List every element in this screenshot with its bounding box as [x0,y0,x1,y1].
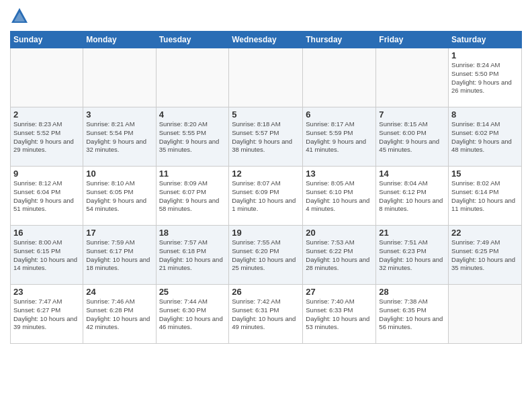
day-cell: 12Sunrise: 8:07 AM Sunset: 6:09 PM Dayli… [229,167,303,226]
day-cell [156,48,229,107]
day-info: Sunrise: 8:09 AM Sunset: 6:07 PM Dayligh… [159,179,226,214]
day-info: Sunrise: 7:47 AM Sunset: 6:27 PM Dayligh… [13,298,80,332]
day-info: Sunrise: 8:17 AM Sunset: 5:59 PM Dayligh… [306,120,373,154]
day-cell [376,48,449,107]
day-number: 13 [306,169,373,179]
day-number: 15 [451,169,519,179]
day-cell: 18Sunrise: 7:57 AM Sunset: 6:18 PM Dayli… [156,226,229,285]
day-number: 14 [379,169,445,179]
week-row-3: 9Sunrise: 8:12 AM Sunset: 6:04 PM Daylig… [11,167,522,226]
col-header-sunday: Sunday [11,32,83,48]
col-header-saturday: Saturday [449,32,522,48]
day-cell: 9Sunrise: 8:12 AM Sunset: 6:04 PM Daylig… [11,167,83,226]
header-row: SundayMondayTuesdayWednesdayThursdayFrid… [11,32,522,48]
day-cell: 2Sunrise: 8:23 AM Sunset: 5:52 PM Daylig… [11,107,83,167]
day-info: Sunrise: 7:53 AM Sunset: 6:22 PM Dayligh… [306,238,373,273]
day-cell: 5Sunrise: 8:18 AM Sunset: 5:57 PM Daylig… [229,107,303,167]
day-info: Sunrise: 7:51 AM Sunset: 6:23 PM Dayligh… [379,238,445,273]
day-info: Sunrise: 8:00 AM Sunset: 6:15 PM Dayligh… [13,238,80,273]
col-header-friday: Friday [376,32,449,48]
day-info: Sunrise: 7:46 AM Sunset: 6:28 PM Dayligh… [86,298,152,332]
header [10,7,522,26]
logo-icon [10,7,29,26]
calendar: SundayMondayTuesdayWednesdayThursdayFrid… [10,31,522,344]
day-cell [83,48,156,107]
day-number: 7 [379,109,445,120]
day-number: 9 [13,169,80,179]
day-number: 12 [232,169,300,179]
page: SundayMondayTuesdayWednesdayThursdayFrid… [0,0,532,351]
day-info: Sunrise: 8:20 AM Sunset: 5:55 PM Dayligh… [159,120,226,154]
logo [10,7,30,26]
day-cell: 23Sunrise: 7:47 AM Sunset: 6:27 PM Dayli… [11,285,83,344]
day-cell: 16Sunrise: 8:00 AM Sunset: 6:15 PM Dayli… [11,226,83,285]
day-info: Sunrise: 8:15 AM Sunset: 6:00 PM Dayligh… [379,120,445,154]
day-cell: 8Sunrise: 8:14 AM Sunset: 6:02 PM Daylig… [449,107,522,167]
week-row-1: 1Sunrise: 8:24 AM Sunset: 5:50 PM Daylig… [11,48,522,107]
day-number: 16 [13,228,80,238]
day-info: Sunrise: 8:07 AM Sunset: 6:09 PM Dayligh… [232,179,300,214]
day-cell: 13Sunrise: 8:05 AM Sunset: 6:10 PM Dayli… [303,167,376,226]
week-row-4: 16Sunrise: 8:00 AM Sunset: 6:15 PM Dayli… [11,226,522,285]
col-header-thursday: Thursday [303,32,376,48]
day-number: 28 [379,287,445,297]
day-info: Sunrise: 8:21 AM Sunset: 5:54 PM Dayligh… [86,120,152,154]
week-row-5: 23Sunrise: 7:47 AM Sunset: 6:27 PM Dayli… [11,285,522,344]
day-cell: 3Sunrise: 8:21 AM Sunset: 5:54 PM Daylig… [83,107,156,167]
day-cell [303,48,376,107]
day-cell: 15Sunrise: 8:02 AM Sunset: 6:14 PM Dayli… [449,167,522,226]
day-number: 21 [379,228,445,238]
day-info: Sunrise: 8:24 AM Sunset: 5:50 PM Dayligh… [451,61,519,95]
day-info: Sunrise: 8:04 AM Sunset: 6:12 PM Dayligh… [379,179,445,214]
day-cell: 28Sunrise: 7:38 AM Sunset: 6:35 PM Dayli… [376,285,449,344]
day-number: 26 [232,287,300,297]
day-number: 11 [159,169,226,179]
day-number: 24 [86,287,152,297]
day-cell [229,48,303,107]
day-info: Sunrise: 7:49 AM Sunset: 6:25 PM Dayligh… [451,238,519,273]
day-cell: 20Sunrise: 7:53 AM Sunset: 6:22 PM Dayli… [303,226,376,285]
day-info: Sunrise: 8:14 AM Sunset: 6:02 PM Dayligh… [451,120,519,154]
day-number: 6 [306,109,373,120]
day-number: 3 [86,109,152,120]
day-number: 25 [159,287,226,297]
day-cell: 25Sunrise: 7:44 AM Sunset: 6:30 PM Dayli… [156,285,229,344]
col-header-wednesday: Wednesday [229,32,303,48]
day-cell: 26Sunrise: 7:42 AM Sunset: 6:31 PM Dayli… [229,285,303,344]
day-cell: 21Sunrise: 7:51 AM Sunset: 6:23 PM Dayli… [376,226,449,285]
day-info: Sunrise: 7:55 AM Sunset: 6:20 PM Dayligh… [232,238,300,273]
col-header-monday: Monday [83,32,156,48]
day-cell: 1Sunrise: 8:24 AM Sunset: 5:50 PM Daylig… [449,48,522,107]
day-number: 18 [159,228,226,238]
day-info: Sunrise: 7:44 AM Sunset: 6:30 PM Dayligh… [159,298,226,332]
day-info: Sunrise: 8:02 AM Sunset: 6:14 PM Dayligh… [451,179,519,214]
day-number: 2 [13,109,80,120]
day-info: Sunrise: 8:05 AM Sunset: 6:10 PM Dayligh… [306,179,373,214]
day-cell: 17Sunrise: 7:59 AM Sunset: 6:17 PM Dayli… [83,226,156,285]
day-number: 8 [451,109,519,120]
week-row-2: 2Sunrise: 8:23 AM Sunset: 5:52 PM Daylig… [11,107,522,167]
day-cell: 14Sunrise: 8:04 AM Sunset: 6:12 PM Dayli… [376,167,449,226]
day-number: 20 [306,228,373,238]
day-info: Sunrise: 7:40 AM Sunset: 6:33 PM Dayligh… [306,298,373,332]
day-cell: 10Sunrise: 8:10 AM Sunset: 6:05 PM Dayli… [83,167,156,226]
day-cell: 11Sunrise: 8:09 AM Sunset: 6:07 PM Dayli… [156,167,229,226]
day-info: Sunrise: 7:42 AM Sunset: 6:31 PM Dayligh… [232,298,300,332]
day-number: 22 [451,228,519,238]
day-cell: 22Sunrise: 7:49 AM Sunset: 6:25 PM Dayli… [449,226,522,285]
col-header-tuesday: Tuesday [156,32,229,48]
day-number: 10 [86,169,152,179]
day-cell: 7Sunrise: 8:15 AM Sunset: 6:00 PM Daylig… [376,107,449,167]
day-cell: 4Sunrise: 8:20 AM Sunset: 5:55 PM Daylig… [156,107,229,167]
day-info: Sunrise: 7:59 AM Sunset: 6:17 PM Dayligh… [86,238,152,273]
day-info: Sunrise: 8:23 AM Sunset: 5:52 PM Dayligh… [13,120,80,154]
day-cell: 24Sunrise: 7:46 AM Sunset: 6:28 PM Dayli… [83,285,156,344]
day-cell: 6Sunrise: 8:17 AM Sunset: 5:59 PM Daylig… [303,107,376,167]
day-number: 19 [232,228,300,238]
day-info: Sunrise: 7:38 AM Sunset: 6:35 PM Dayligh… [379,298,445,332]
day-cell: 19Sunrise: 7:55 AM Sunset: 6:20 PM Dayli… [229,226,303,285]
day-info: Sunrise: 7:57 AM Sunset: 6:18 PM Dayligh… [159,238,226,273]
day-number: 4 [159,109,226,120]
day-info: Sunrise: 8:18 AM Sunset: 5:57 PM Dayligh… [232,120,300,154]
day-info: Sunrise: 8:12 AM Sunset: 6:04 PM Dayligh… [13,179,80,214]
